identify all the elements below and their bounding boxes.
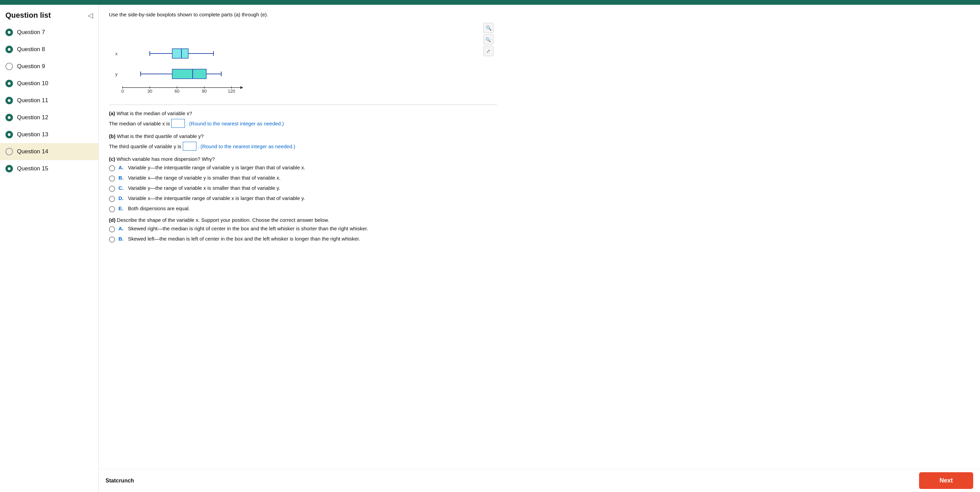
part-c-option-A[interactable]: A.Variable y—the interquartile range of … — [109, 165, 497, 171]
zoom-out-button[interactable]: 🔍- — [484, 34, 493, 45]
part-d-letter-0: A. — [118, 225, 124, 232]
part-d-radio-1 — [109, 236, 115, 243]
part-c-letter-4: E. — [118, 206, 124, 211]
sidebar-item-question-11[interactable]: Question 11 — [0, 92, 99, 109]
part-d-option-A[interactable]: A.Skewed right—the median is right of ce… — [109, 225, 497, 232]
svg-text:30: 30 — [147, 89, 152, 94]
part-c-radio-3 — [109, 196, 115, 202]
part-c-radio-0 — [109, 165, 115, 171]
part-d-options: A.Skewed right—the median is right of ce… — [109, 225, 497, 243]
part-b-question: (b) What is the third quartile of variab… — [109, 133, 497, 139]
part-c-radio-2 — [109, 186, 115, 192]
part-c-option-D[interactable]: D.Variable x—the interquartile range of … — [109, 195, 497, 202]
zoom-in-button[interactable]: 🔍 — [484, 23, 493, 33]
svg-text:x: x — [115, 51, 118, 56]
radio-q15 — [5, 165, 13, 173]
svg-text:60: 60 — [175, 89, 180, 94]
part-d-letter-1: B. — [118, 236, 124, 241]
part-c-option-E[interactable]: E.Both dispersions are equal. — [109, 206, 497, 212]
part-c-option-C[interactable]: C.Variable y—the range of variable x is … — [109, 185, 497, 192]
radio-q13 — [5, 131, 13, 138]
sidebar-label-q12: Question 12 — [17, 114, 48, 121]
part-c-text-4: Both dispersions are equal. — [128, 206, 190, 211]
part-a-answer-line: The median of variable x is . (Round to … — [109, 119, 497, 128]
sidebar-label-q14: Question 14 — [17, 148, 48, 155]
part-c-radio-4 — [109, 206, 115, 212]
sidebar-item-question-8[interactable]: Question 8 — [0, 41, 99, 58]
sidebar: Question list ◁ Question 7Question 8Ques… — [0, 5, 99, 492]
part-b-round-note[interactable]: . (Round to the nearest integer as neede… — [198, 144, 296, 149]
statcrunch-label: Statcrunch — [105, 478, 134, 484]
bottom-bar: Statcrunch Next — [99, 469, 980, 492]
main-layout: Question list ◁ Question 7Question 8Ques… — [0, 5, 980, 492]
part-b-answer-line: The third quartile of variable y is . (R… — [109, 142, 497, 150]
radio-q8 — [5, 46, 13, 53]
sidebar-label-q9: Question 9 — [17, 63, 45, 70]
radio-q10 — [5, 80, 13, 87]
sidebar-label-q15: Question 15 — [17, 165, 48, 172]
part-c-options: A.Variable y—the interquartile range of … — [109, 165, 497, 212]
sidebar-item-question-10[interactable]: Question 10 — [0, 75, 99, 92]
part-c-text-1: Variable x—the range of variable y is sm… — [128, 175, 280, 181]
radio-q14 — [5, 148, 13, 155]
question-content: Use the side-by-side boxplots shown to c… — [99, 5, 507, 253]
part-c-letter-2: C. — [118, 185, 124, 191]
svg-text:y: y — [115, 72, 118, 77]
sidebar-label-q10: Question 10 — [17, 80, 48, 87]
svg-text:120: 120 — [228, 89, 235, 94]
top-bar — [0, 0, 980, 5]
radio-q12 — [5, 114, 13, 121]
boxplot-controls: 🔍 🔍- ⤢ — [484, 23, 493, 56]
boxplot-container: 🔍 🔍- ⤢ — [109, 23, 497, 99]
part-b-input[interactable] — [183, 142, 196, 150]
part-c-radio-1 — [109, 176, 115, 182]
part-c-question: (c) Which variable has more dispersion? … — [109, 156, 497, 162]
svg-text:0: 0 — [121, 89, 124, 94]
sidebar-label-q8: Question 8 — [17, 46, 45, 53]
radio-q9 — [5, 63, 13, 70]
part-a-question: (a) What is the median of variable x? — [109, 110, 497, 116]
sidebar-list: Question 7Question 8Question 9Question 1… — [0, 24, 99, 492]
svg-rect-21 — [172, 69, 206, 79]
sidebar-item-question-12[interactable]: Question 12 — [0, 109, 99, 126]
svg-text:90: 90 — [202, 89, 207, 94]
part-c-text-0: Variable y—the interquartile range of va… — [128, 165, 305, 170]
sidebar-item-question-7[interactable]: Question 7 — [0, 24, 99, 41]
boxplot-svg: 0 30 60 90 120 x y — [109, 23, 497, 99]
sidebar-header: Question list ◁ — [0, 5, 99, 24]
sidebar-item-question-9[interactable]: Question 9 — [0, 58, 99, 75]
part-d-question: (d) Describe the shape of the variable x… — [109, 217, 497, 223]
sidebar-label-q11: Question 11 — [17, 97, 48, 104]
sidebar-item-question-13[interactable]: Question 13 — [0, 126, 99, 143]
part-d-text-1: Skewed left—the median is left of center… — [128, 236, 360, 241]
part-c-letter-3: D. — [118, 195, 124, 201]
sidebar-label-q7: Question 7 — [17, 29, 45, 36]
section-divider — [109, 105, 497, 105]
part-a-prefix: The median of variable x is — [109, 121, 170, 126]
radio-q11 — [5, 97, 13, 104]
external-link-button[interactable]: ⤢ — [484, 46, 493, 56]
part-c-text-2: Variable y—the range of variable x is sm… — [128, 185, 280, 191]
svg-rect-15 — [172, 49, 188, 58]
sidebar-title: Question list — [5, 11, 51, 20]
part-c-text-3: Variable x—the interquartile range of va… — [128, 195, 305, 201]
sidebar-label-q13: Question 13 — [17, 131, 48, 138]
part-c-letter-1: B. — [118, 175, 124, 181]
part-a-round-note[interactable]: . (Round to the nearest integer as neede… — [186, 121, 284, 126]
part-a-input[interactable] — [171, 119, 185, 128]
content-area: Use the side-by-side boxplots shown to c… — [99, 5, 980, 469]
radio-q7 — [5, 29, 13, 36]
part-c-letter-0: A. — [118, 165, 124, 170]
next-button[interactable]: Next — [919, 472, 973, 489]
part-d-text-0: Skewed right—the median is right of cent… — [128, 225, 368, 232]
part-d-radio-0 — [109, 226, 115, 232]
sidebar-item-question-14[interactable]: Question 14 — [0, 143, 99, 160]
instruction-text: Use the side-by-side boxplots shown to c… — [109, 11, 497, 18]
collapse-icon[interactable]: ◁ — [88, 11, 93, 19]
sidebar-item-question-15[interactable]: Question 15 — [0, 160, 99, 177]
part-d-option-B[interactable]: B.Skewed left—the median is left of cent… — [109, 236, 497, 243]
part-b-prefix: The third quartile of variable y is — [109, 144, 181, 149]
part-c-option-B[interactable]: B.Variable x—the range of variable y is … — [109, 175, 497, 182]
